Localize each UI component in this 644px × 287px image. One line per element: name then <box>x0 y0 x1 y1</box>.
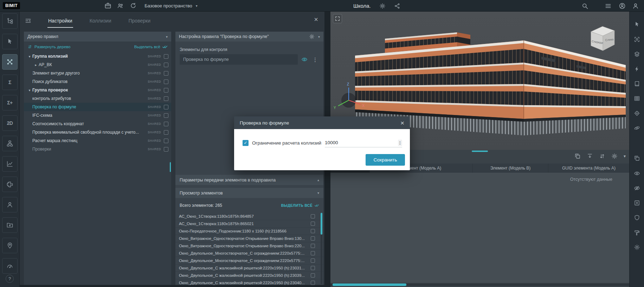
table-settings-icon[interactable] <box>611 153 618 159</box>
sync-icon[interactable] <box>130 2 137 9</box>
element-row[interactable]: Окно_Двупольное_Многостворчатое_С огражд… <box>175 250 323 257</box>
rule-name-field[interactable]: Проверка по формуле <box>180 54 298 65</box>
analytics-tool[interactable] <box>2 156 18 172</box>
element-checkbox[interactable] <box>311 251 315 255</box>
menu-list-icon[interactable] <box>605 2 612 9</box>
element-row[interactable]: Окно_Двупольное_С жалюзийной решеткой:22… <box>175 272 323 279</box>
tree-item[interactable]: Поиск дубликатов SHARED <box>24 77 171 86</box>
close-panel-icon[interactable]: × <box>314 16 318 23</box>
paint-icon[interactable] <box>632 228 642 237</box>
element-checkbox[interactable] <box>311 229 315 233</box>
sum-plus-tool[interactable]: Σ+ <box>2 95 18 110</box>
tab-collisions[interactable]: Коллизии <box>89 17 112 25</box>
element-row[interactable]: АС_Окно_1Створка:1180х1875h:864857 <box>175 213 323 220</box>
copy-view-icon[interactable] <box>632 154 642 163</box>
number-spinner[interactable]: ▲ ▼ <box>398 140 402 146</box>
horizontal-scrollbar[interactable] <box>330 283 629 286</box>
grid-icon[interactable] <box>632 94 642 103</box>
element-row[interactable]: Окно_Двупольное_Многостворчатое_С огражд… <box>175 257 323 264</box>
case-icon[interactable] <box>104 2 111 9</box>
elements-scrollbar[interactable] <box>321 213 322 284</box>
tree-item[interactable]: IFC-схема SHARED <box>24 111 171 120</box>
element-checkbox[interactable] <box>311 273 315 278</box>
search-icon[interactable] <box>581 2 588 9</box>
element-checkbox[interactable] <box>311 222 315 226</box>
export-icon[interactable] <box>587 153 593 159</box>
tree-item[interactable]: Соотносимость координат SHARED <box>24 120 171 128</box>
help-button[interactable]: ? <box>6 275 14 283</box>
model-tree-tool[interactable] <box>2 13 18 29</box>
share-icon[interactable] <box>394 3 400 9</box>
journal-icon[interactable] <box>632 79 642 88</box>
tree-item[interactable]: контроль атрибутов SHARED <box>24 94 171 103</box>
select-tool[interactable] <box>2 34 18 49</box>
caret-down-icon[interactable]: ▾ <box>27 88 32 92</box>
view-elements-section-bar[interactable]: Просмотр элементов ▾ <box>175 188 323 198</box>
tree-checkbox[interactable] <box>164 147 168 152</box>
tree-item-selected[interactable]: Проверка по формуле SHARED <box>24 103 171 111</box>
collision-limit-input[interactable] <box>325 140 396 145</box>
tree-checkbox[interactable] <box>164 63 168 67</box>
users-tool[interactable] <box>2 197 18 212</box>
dashboard-tool[interactable] <box>2 258 18 274</box>
hide-element-icon[interactable] <box>632 184 642 193</box>
locate-icon[interactable] <box>632 109 642 118</box>
tab-settings[interactable]: Настройки <box>47 17 73 25</box>
tree-checkbox[interactable] <box>164 96 168 101</box>
element-row[interactable]: Окно_Двупольное_С жалюзийной решеткой:22… <box>175 264 323 272</box>
element-checkbox[interactable] <box>311 266 315 270</box>
tree-checkbox[interactable] <box>164 105 168 109</box>
column-header-guid[interactable]: GUID элемента (Модель A) <box>548 164 629 173</box>
tree-checkbox[interactable] <box>164 54 168 59</box>
select-all-elements-link[interactable]: ВЫДЕЛИТЬ ВСЁ <box>281 203 319 208</box>
element-checkbox[interactable] <box>311 236 315 241</box>
rule-settings-header[interactable]: Настройка правила "Проверка по формуле" … <box>175 32 323 42</box>
element-checkbox[interactable] <box>311 244 315 248</box>
tree-checkbox[interactable] <box>164 71 168 76</box>
element-row[interactable]: АС_Окно_1Створка:1180х1875h:865021 <box>175 220 323 228</box>
preview-eye-icon[interactable] <box>301 56 308 63</box>
shared-folders-tool[interactable] <box>2 217 18 233</box>
sort-icon[interactable] <box>599 153 605 159</box>
tree-item[interactable]: Проверки SHARED <box>24 145 171 153</box>
save-button[interactable]: Сохранить <box>366 154 405 166</box>
horizontal-scrollbar-thumb[interactable] <box>333 283 406 286</box>
geo-users-tool[interactable] <box>2 238 18 253</box>
collapse-icon[interactable]: ▾ <box>624 154 626 159</box>
filter-shield-icon[interactable] <box>632 213 642 222</box>
spinner-down-icon[interactable]: ▼ <box>399 143 401 145</box>
fullscreen-expand-icon[interactable] <box>333 14 342 23</box>
orbit-icon[interactable] <box>632 123 642 133</box>
caret-right-icon[interactable]: ▸ <box>33 63 39 67</box>
tree-item[interactable]: Проверка минимальной свободной площади с… <box>24 128 171 136</box>
clash-point-icon[interactable] <box>632 64 642 74</box>
element-checkbox[interactable] <box>311 259 315 263</box>
panel-resize-handle[interactable] <box>472 151 488 152</box>
tree-checkbox[interactable] <box>164 79 168 84</box>
plan-2d-tool[interactable]: 2D <box>2 115 18 131</box>
workspace-selector[interactable]: Базовое пространство ▾ <box>144 3 198 8</box>
dialog-header[interactable]: Проверка по формуле × <box>234 116 410 129</box>
fit-view-icon[interactable] <box>632 35 642 44</box>
rule-gear-icon[interactable] <box>309 34 315 39</box>
elements-scrollbar-thumb[interactable] <box>321 213 322 235</box>
account-circle-icon[interactable] <box>619 2 626 9</box>
tree-item[interactable]: Расчет марша лестниц SHARED <box>24 136 171 145</box>
subrules-section-bar[interactable]: Параметры передачи элементов в подправил… <box>175 175 323 185</box>
element-row[interactable]: Окно_Витражное_Одностворчатое:Открывание… <box>175 242 323 250</box>
limit-checkbox[interactable]: ✓ <box>243 140 249 146</box>
tree-scrollbar-thumb[interactable] <box>170 162 171 172</box>
show-element-icon[interactable] <box>632 169 642 178</box>
column-header-model-b[interactable]: Элемент (Модель B) <box>473 164 548 173</box>
kebab-menu-icon[interactable]: ⋮ <box>313 57 318 62</box>
collapse-panel-icon[interactable] <box>25 17 32 24</box>
element-row[interactable]: Окно_Двупольное_С жалюзийной решеткой:22… <box>175 279 323 285</box>
tree-checkbox[interactable] <box>164 122 168 126</box>
tree-item[interactable]: ▾ Группа проверок SHARED <box>24 86 171 94</box>
clash-tool[interactable] <box>2 54 18 70</box>
select-icon[interactable] <box>632 20 642 29</box>
view-cube[interactable]: Спереди Слева <box>591 26 614 51</box>
layers-icon[interactable] <box>632 50 642 59</box>
tree-checkbox[interactable] <box>164 113 168 118</box>
profile-icon[interactable] <box>632 2 639 9</box>
